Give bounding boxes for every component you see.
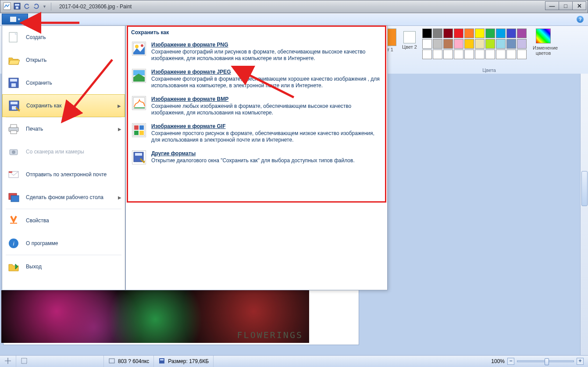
color-swatch[interactable] bbox=[517, 29, 527, 38]
status-cursor-pos bbox=[0, 356, 16, 367]
saveas-item-desc: Сохранение простого рисунок в формате, о… bbox=[151, 130, 381, 143]
filesize-value: Размер: 179,6КБ bbox=[168, 358, 209, 364]
svg-rect-31 bbox=[134, 131, 139, 135]
save-icon[interactable] bbox=[14, 3, 21, 11]
color-swatch[interactable] bbox=[433, 50, 442, 59]
disk-icon bbox=[158, 357, 165, 366]
color-swatch[interactable] bbox=[422, 39, 432, 49]
saveas-item-0[interactable]: Изображение в формате PNGСохранение фото… bbox=[126, 38, 387, 65]
file-menu-label: Отправить по электронной почте bbox=[26, 171, 107, 178]
saveas-item-4[interactable]: Другие форматыОткрытие диалогового окна … bbox=[126, 147, 387, 168]
file-menu-item-6[interactable]: Отправить по электронной почте bbox=[2, 163, 125, 186]
color-swatch[interactable] bbox=[433, 29, 442, 38]
color2-slot[interactable]: Цвет 2 bbox=[400, 29, 419, 52]
saveas-item-3[interactable]: Изображение в формате GIFСохранение прос… bbox=[126, 120, 387, 147]
zoom-value: 100% bbox=[491, 358, 505, 364]
color-swatch[interactable] bbox=[485, 39, 495, 49]
file-menu-icon bbox=[7, 167, 21, 182]
color-swatch[interactable] bbox=[475, 29, 485, 38]
svg-point-23 bbox=[135, 45, 139, 48]
color-swatch[interactable] bbox=[496, 50, 506, 59]
color-swatch[interactable] bbox=[443, 39, 453, 49]
color-swatch[interactable] bbox=[464, 29, 474, 38]
zoom-in-button[interactable]: + bbox=[577, 358, 584, 365]
crosshair-icon bbox=[4, 357, 11, 366]
minimize-button[interactable]: — bbox=[545, 1, 559, 10]
window-controls: — □ ✕ bbox=[545, 1, 586, 10]
file-menu-item-10[interactable]: Выход bbox=[2, 255, 125, 278]
file-menu-label: О программе bbox=[26, 240, 58, 246]
file-menu-item-2[interactable]: Сохранить bbox=[2, 71, 125, 94]
file-menu-item-9[interactable]: iО программе bbox=[2, 232, 125, 255]
color-swatch[interactable] bbox=[506, 50, 516, 59]
saveas-item-2[interactable]: Изображение в формате BMPСохранение любы… bbox=[126, 93, 387, 120]
color-swatch[interactable] bbox=[517, 50, 527, 59]
svg-rect-38 bbox=[21, 358, 27, 363]
selection-icon bbox=[21, 357, 28, 366]
color-swatch[interactable] bbox=[433, 39, 442, 49]
file-menu-item-8[interactable]: Свойства bbox=[2, 209, 125, 232]
color-swatch[interactable] bbox=[485, 50, 495, 59]
color-swatch[interactable] bbox=[464, 39, 474, 49]
qat-dropdown-icon[interactable]: ▼ bbox=[43, 4, 46, 9]
saveas-item-1[interactable]: Изображение в формате JPEGСохранение фот… bbox=[126, 65, 387, 93]
color-palette bbox=[422, 29, 527, 59]
close-button[interactable]: ✕ bbox=[572, 1, 586, 10]
color-swatch[interactable] bbox=[422, 50, 432, 59]
svg-rect-30 bbox=[139, 125, 144, 130]
color-swatch[interactable] bbox=[506, 29, 516, 38]
file-menu-item-1[interactable]: Открыть bbox=[2, 49, 125, 71]
color-swatch[interactable] bbox=[485, 29, 495, 38]
color-swatch[interactable] bbox=[506, 39, 516, 49]
svg-rect-19 bbox=[11, 196, 19, 202]
svg-rect-29 bbox=[134, 125, 139, 130]
color-swatch[interactable] bbox=[443, 29, 453, 38]
file-menu-icon bbox=[7, 145, 21, 159]
edit-colors-button[interactable]: Изменение цветов bbox=[533, 29, 554, 56]
undo-icon[interactable] bbox=[23, 3, 30, 11]
image-watermark: FLOWERINGS bbox=[237, 330, 303, 340]
saveas-format-icon bbox=[132, 69, 146, 83]
color-swatch[interactable] bbox=[496, 39, 506, 49]
saveas-format-icon bbox=[132, 150, 146, 164]
color-swatch[interactable] bbox=[475, 50, 485, 59]
status-dimensions: 803 ? 604пкс bbox=[104, 356, 154, 367]
redo-icon[interactable] bbox=[33, 3, 40, 11]
zoom-thumb[interactable] bbox=[545, 358, 549, 365]
vertical-scrollbar[interactable] bbox=[580, 74, 588, 355]
file-menu-item-4[interactable]: Печать▶ bbox=[2, 118, 125, 140]
color-swatch[interactable] bbox=[454, 39, 463, 49]
svg-rect-13 bbox=[11, 131, 17, 134]
color-swatch[interactable] bbox=[454, 29, 463, 38]
maximize-button[interactable]: □ bbox=[559, 1, 573, 10]
window-title: 2017-04-02_203606.jpg - Paint bbox=[56, 4, 132, 10]
color-swatch[interactable] bbox=[454, 50, 463, 59]
file-menu-dropdown: СоздатьОткрытьСохранитьСохранить как▶Печ… bbox=[2, 25, 125, 290]
scroll-thumb[interactable] bbox=[581, 171, 588, 206]
zoom-out-button[interactable]: − bbox=[507, 358, 514, 365]
color-swatch[interactable] bbox=[475, 39, 485, 49]
saveas-item-title: Изображение в формате JPEG bbox=[151, 69, 381, 75]
file-menu-item-3[interactable]: Сохранить как▶ bbox=[2, 94, 125, 117]
color-swatch[interactable] bbox=[464, 50, 474, 59]
svg-rect-40 bbox=[159, 358, 164, 363]
zoom-slider[interactable] bbox=[517, 360, 574, 362]
color-swatch[interactable] bbox=[496, 29, 506, 38]
file-menu-tab[interactable]: ▾ bbox=[2, 14, 28, 25]
saveas-item-desc: Сохранение фотографий или рисунков в фор… bbox=[151, 49, 381, 62]
help-icon[interactable]: ? bbox=[577, 16, 584, 23]
file-menu-icon bbox=[7, 30, 21, 44]
color-swatch[interactable] bbox=[422, 29, 432, 38]
file-menu-item-7[interactable]: Сделать фоном рабочего стола▶ bbox=[2, 186, 125, 209]
svg-rect-39 bbox=[109, 359, 114, 363]
file-menu-item-0[interactable]: Создать bbox=[2, 26, 125, 49]
file-menu-icon: i bbox=[7, 236, 21, 250]
color-swatch[interactable] bbox=[443, 50, 453, 59]
saveas-format-icon bbox=[132, 123, 146, 137]
qat-separator bbox=[51, 3, 51, 11]
color-swatch[interactable] bbox=[517, 39, 527, 49]
saveas-item-title: Изображение в формате GIF bbox=[151, 123, 381, 129]
image-content: FLOWERINGS bbox=[1, 290, 309, 343]
status-bar: 803 ? 604пкс Размер: 179,6КБ 100% − + bbox=[0, 355, 588, 367]
chevron-right-icon: ▶ bbox=[118, 195, 121, 200]
